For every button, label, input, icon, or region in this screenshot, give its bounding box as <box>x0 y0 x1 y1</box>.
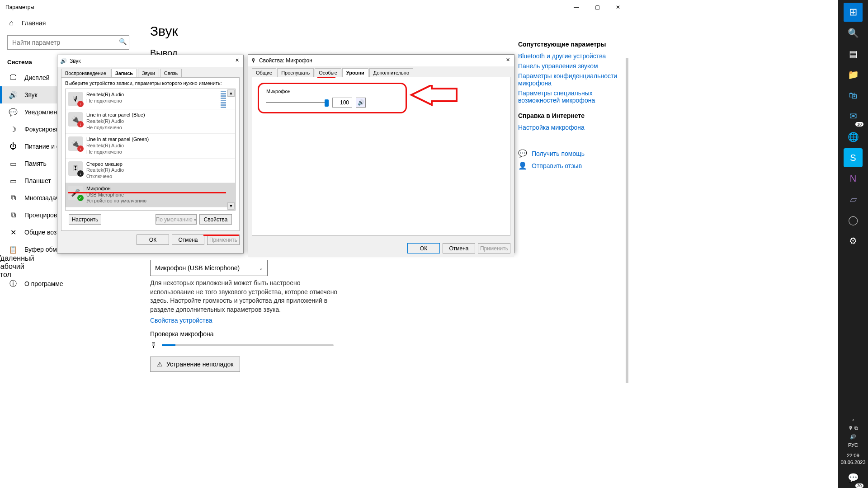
device-item[interactable]: 🎛↓Стерео микшерRealtek(R) AudioОтключено <box>66 159 235 183</box>
close-icon[interactable]: ✕ <box>233 57 241 65</box>
mic-properties-dialog: 🎙 Свойства: Микрофон ✕ Общие Прослушать … <box>248 54 514 253</box>
sidebar-item[interactable]: >Удаленный рабочий стол <box>0 258 137 275</box>
skype-icon[interactable]: S <box>844 148 863 167</box>
clock-time: 22:09 <box>840 452 865 459</box>
input-device-select[interactable]: Микрофон (USB Microphone) ⌄ <box>150 260 268 276</box>
tab-communications[interactable]: Связь <box>160 69 182 77</box>
apply-button[interactable]: Применить <box>478 243 510 253</box>
ok-button[interactable]: ОК <box>407 243 440 253</box>
device-item[interactable]: 🎤✓МикрофонUSB MicrophoneУстройство по ум… <box>66 183 235 207</box>
annotation-underline <box>203 235 239 236</box>
get-help-row[interactable]: 💬 Получить помощь <box>518 149 619 158</box>
help-link[interactable]: Настройка микрофона <box>518 124 619 131</box>
search-input[interactable] <box>7 35 129 50</box>
device-status: Устройство по умолчанию <box>86 198 146 204</box>
store-icon[interactable]: 🛍 <box>844 86 863 105</box>
props-tabs: Общие Прослушать Особые Уровни Дополните… <box>248 66 514 77</box>
levels-panel: Микрофон 🔊 <box>252 77 510 236</box>
related-link[interactable]: Параметры специальных возможностей микро… <box>518 89 619 104</box>
device-item[interactable]: 🎙↓Realtek(R) AudioНе подключено <box>66 89 235 109</box>
settings-title: Параметры <box>5 4 34 10</box>
start-button[interactable]: ⊞ <box>844 3 863 22</box>
cancel-button[interactable]: Отмена <box>443 243 475 253</box>
notifications-icon[interactable]: 💬 <box>844 468 863 487</box>
device-status: Отключено <box>86 174 124 180</box>
search-taskbar-icon[interactable]: 🔍 <box>844 23 863 42</box>
microphone-icon: 🎙 <box>251 57 256 64</box>
app-icon[interactable]: ▱ <box>844 190 863 209</box>
scroll-down-button[interactable]: ▼ <box>227 202 235 210</box>
mic-level-bar <box>162 344 334 346</box>
tab-listen[interactable]: Прослушать <box>277 68 314 77</box>
task-view-icon[interactable]: ▤ <box>844 44 863 63</box>
slider-thumb[interactable] <box>325 99 329 107</box>
tray-language[interactable]: РУС <box>848 442 858 448</box>
tab-playback[interactable]: Воспроизведение <box>61 69 110 77</box>
device-item[interactable]: 🎤↓МикрофонVoicemod Virtual Audio Device … <box>66 207 235 211</box>
troubleshoot-button[interactable]: ⚠ Устранение неполадок <box>150 357 240 372</box>
device-status: Не подключено <box>86 125 145 131</box>
explorer-icon[interactable]: 📁 <box>844 65 863 84</box>
ok-button[interactable]: ОК <box>137 235 169 245</box>
close-icon[interactable]: ✕ <box>504 57 511 64</box>
main-scrollbar[interactable] <box>626 58 628 383</box>
related-heading: Сопутствующие параметры <box>518 41 619 48</box>
related-link[interactable]: Bluetooth и другие устройства <box>518 52 619 60</box>
tab-recording[interactable]: Запись <box>111 69 137 77</box>
sidebar-item-label: О программе <box>24 280 63 287</box>
get-help-link[interactable]: Получить помощь <box>532 150 585 157</box>
device-item[interactable]: 🔌↓Line in at rear panel (Green)Realtek(R… <box>66 134 235 158</box>
annotation-underline <box>68 192 226 193</box>
sidebar-home-label: Главная <box>22 19 46 27</box>
status-badge-icon: ↓ <box>77 101 84 107</box>
troubleshoot-label: Устранение неполадок <box>166 361 233 368</box>
cancel-button[interactable]: Отмена <box>172 235 204 245</box>
props-titlebar[interactable]: 🎙 Свойства: Микрофон ✕ <box>248 55 514 66</box>
tray-volume-icon[interactable]: 🔊 <box>850 434 856 440</box>
sound-dialog: 🔊 Звук ✕ Воспроизведение Запись Звуки Св… <box>57 55 244 253</box>
status-badge-icon: ↓ <box>77 170 84 177</box>
tray-expand-icon[interactable]: ‹ <box>852 417 854 422</box>
maximize-button[interactable]: ▢ <box>587 0 608 14</box>
related-link[interactable]: Панель управления звуком <box>518 62 619 70</box>
sidebar-item-label: Удаленный рабочий стол <box>0 254 34 279</box>
properties-button[interactable]: Свойства <box>199 214 232 225</box>
device-item[interactable]: 🔌↓Line in at rear panel (Blue)Realtek(R)… <box>66 109 235 134</box>
mute-button[interactable]: 🔊 <box>356 98 366 108</box>
configure-button[interactable]: Настроить <box>69 214 101 225</box>
sidebar-item-icon: ⓘ <box>9 280 17 288</box>
status-badge-icon: ✓ <box>77 195 84 201</box>
mic-test-label: Проверка микрофона <box>150 330 615 338</box>
annotation-underline <box>317 77 335 78</box>
apply-button[interactable]: Применить <box>207 235 240 245</box>
tray-mic-icon[interactable]: 🎙 ⧉ <box>848 425 858 431</box>
tab-levels[interactable]: Уровни <box>342 68 368 77</box>
close-button[interactable]: ✕ <box>608 0 628 14</box>
speaker-icon: 🔊 <box>60 58 67 64</box>
sidebar-home[interactable]: ⌂ Главная <box>0 14 137 32</box>
scroll-up-button[interactable]: ▲ <box>227 89 235 97</box>
related-link[interactable]: Параметры конфиденциальности микрофона <box>518 72 619 87</box>
tab-advanced[interactable]: Дополнительно <box>369 68 413 77</box>
feedback-link[interactable]: Отправить отзыв <box>532 162 582 169</box>
minimize-button[interactable]: — <box>566 0 587 14</box>
device-properties-link[interactable]: Свойства устройства <box>150 317 615 324</box>
mail-icon[interactable]: ✉ <box>844 107 863 126</box>
mic-level-value[interactable] <box>332 98 352 108</box>
feedback-row[interactable]: 👤 Отправить отзыв <box>518 161 619 170</box>
device-sub: Realtek(R) Audio <box>86 143 149 149</box>
taskbar-clock[interactable]: 22:09 08.06.2023 <box>840 450 865 467</box>
tab-custom[interactable]: Особые <box>315 68 341 77</box>
tab-general[interactable]: Общие <box>252 68 276 77</box>
settings-taskbar-icon[interactable]: ⚙ <box>844 231 863 250</box>
onenote-icon[interactable]: N <box>844 169 863 188</box>
edge-icon[interactable]: 🌐 <box>844 127 863 146</box>
mic-level-slider[interactable] <box>266 102 329 103</box>
sound-dialog-titlebar[interactable]: 🔊 Звук ✕ <box>57 55 243 67</box>
sound-tabs: Воспроизведение Запись Звуки Связь <box>57 67 243 77</box>
tab-sounds[interactable]: Звуки <box>138 69 159 77</box>
device-status: Не подключено <box>86 149 149 155</box>
app-icon[interactable]: ◯ <box>844 211 863 230</box>
set-default-button[interactable]: По умолчанию ▾ <box>156 214 197 225</box>
device-icon: 🔌↓ <box>68 112 83 127</box>
